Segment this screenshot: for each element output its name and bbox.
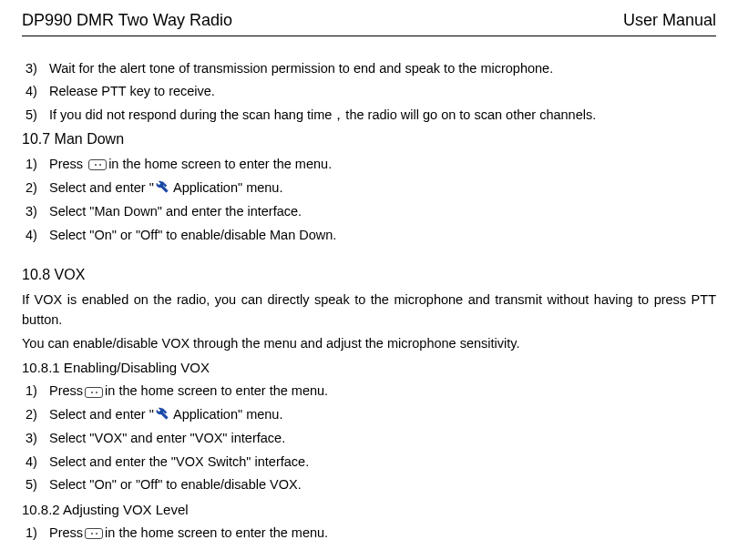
tools-icon — [156, 178, 169, 199]
list-text: Select "Man Down" and enter the interfac… — [49, 204, 302, 219]
list-number: 4) — [26, 225, 46, 245]
list-item: 2) Select and enter " Application" menu. — [26, 178, 716, 199]
list-text: Select "On" or "Off" to enable/disable V… — [49, 477, 302, 492]
list-item: 2) Select and enter " Application" menu. — [26, 404, 716, 425]
text-post: in the home screen to enter the menu. — [105, 383, 328, 398]
list-text: Select "On" or "Off" to enable/disable M… — [49, 228, 336, 242]
text-post: in the home screen to enter the menu. — [108, 157, 332, 171]
list-number: 3) — [26, 58, 46, 78]
list-text: Select and enter " Application" menu. — [49, 180, 282, 195]
list-item: 5) Select "On" or "Off" to enable/disabl… — [26, 474, 716, 494]
list-item: 4) Select and enter the "VOX Switch" int… — [26, 452, 716, 472]
menu-key-icon — [85, 387, 103, 398]
text-pre: Press — [49, 383, 83, 398]
menu-key-icon — [85, 528, 103, 539]
list-number: 3) — [26, 201, 46, 221]
list-text: Select and enter the "VOX Switch" interf… — [49, 454, 309, 469]
list-number: 5) — [26, 474, 46, 494]
list-number: 3) — [26, 428, 46, 448]
list-number: 1) — [26, 154, 46, 174]
list-item: 3) Select "VOX" and enter "VOX" interfac… — [26, 428, 716, 448]
list-item: 4) Select "On" or "Off" to enable/disabl… — [26, 225, 716, 245]
list-number: 4) — [26, 81, 46, 101]
header-title-right: User Manual — [623, 11, 716, 30]
list-item: 1) Pressin the home screen to enter the … — [26, 523, 716, 543]
list-text: Pressin the home screen to enter the men… — [49, 525, 328, 540]
list-item: 4) Release PTT key to receive. — [26, 81, 716, 101]
text-post: in the home screen to enter the menu. — [105, 525, 328, 540]
list-text: If you did not respond during the scan h… — [49, 107, 596, 122]
list-item: 1) Press in the home screen to enter the… — [26, 154, 716, 174]
paragraph: If VOX is enabled on the radio, you can … — [22, 290, 716, 331]
list-item: 5) If you did not respond during the sca… — [26, 105, 716, 125]
list-text: Release PTT key to receive. — [49, 84, 215, 98]
text-pre: Select and enter " — [49, 407, 154, 422]
list-item: 3) Select "Man Down" and enter the inter… — [26, 201, 716, 221]
list-number: 1) — [26, 381, 46, 401]
document-page: DP990 DMR Two Way Radio User Manual 3) W… — [0, 0, 738, 556]
page-content: 3) Wait for the alert tone of transmissi… — [22, 58, 716, 543]
list-text: Press in the home screen to enter the me… — [49, 157, 332, 171]
list-text: Pressin the home screen to enter the men… — [49, 383, 328, 398]
header-title-left: DP990 DMR Two Way Radio — [22, 11, 232, 30]
text-pre: Press — [49, 157, 87, 171]
page-header: DP990 DMR Two Way Radio User Manual — [22, 11, 716, 36]
list-text: Select "VOX" and enter "VOX" interface. — [49, 431, 285, 445]
menu-key-icon — [88, 159, 107, 170]
section-heading-man-down: 10.7 Man Down — [22, 128, 716, 151]
text-post: Application" menu. — [170, 407, 283, 422]
subsection-heading-vox-enable: 10.8.1 Enabling/Disabling VOX — [22, 357, 716, 378]
section-heading-vox: 10.8 VOX — [22, 264, 716, 287]
paragraph: You can enable/disable VOX through the m… — [22, 333, 716, 353]
subsection-heading-vox-level: 10.8.2 Adjusting VOX Level — [22, 499, 716, 520]
list-number: 2) — [26, 178, 46, 198]
text-pre: Select and enter " — [49, 180, 154, 195]
list-text: Wait for the alert tone of transmission … — [49, 61, 553, 76]
spacer — [22, 248, 716, 260]
list-item: 3) Wait for the alert tone of transmissi… — [26, 58, 716, 78]
list-number: 5) — [26, 105, 46, 125]
list-number: 1) — [26, 523, 46, 543]
text-post: Application" menu. — [170, 180, 283, 195]
list-number: 2) — [26, 404, 46, 424]
list-text: Select and enter " Application" menu. — [49, 407, 282, 422]
list-number: 4) — [26, 452, 46, 472]
list-item: 1) Pressin the home screen to enter the … — [26, 381, 716, 401]
tools-icon — [156, 405, 169, 425]
text-pre: Press — [49, 525, 83, 540]
